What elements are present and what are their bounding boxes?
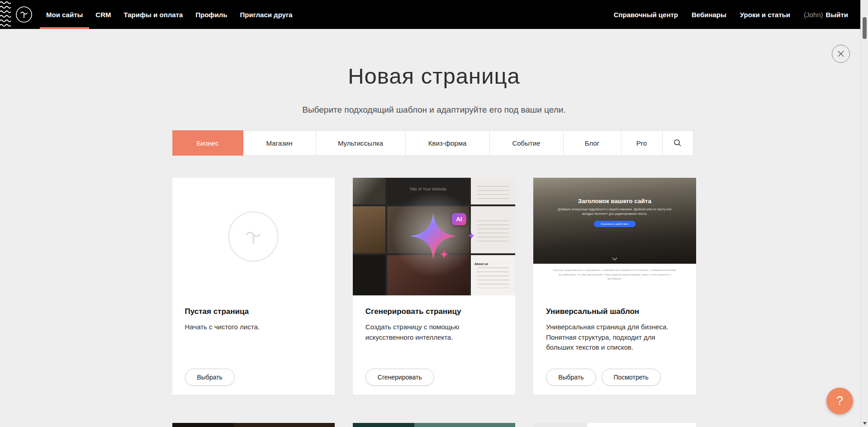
- view-template-button[interactable]: Посмотреть: [602, 369, 661, 386]
- tab-search[interactable]: [662, 130, 693, 156]
- template-preview: [533, 423, 696, 427]
- template-preview: [172, 423, 335, 427]
- card-body: Сгенерировать страницу Создать страницу …: [353, 295, 515, 395]
- card-body: Пустая страница Начать с чистого листа. …: [172, 295, 335, 395]
- secondary-nav: Справочный центр Вебинары Уроки и статьи…: [607, 0, 848, 29]
- help-button[interactable]: ?: [826, 388, 853, 414]
- tab-quiz-form[interactable]: Квиз-форма: [405, 130, 490, 156]
- card-generate-ai: Title of Your Website About us: [353, 178, 515, 395]
- card-body: Универсальный шаблон Универсальная стран…: [533, 295, 696, 395]
- card-partial: [353, 423, 515, 427]
- template-preview: Заголовок вашего сайта Добавьте интересн…: [533, 178, 696, 295]
- nav-logout[interactable]: (John) Выйти: [797, 11, 848, 19]
- card-description: Начать с чистого листа.: [185, 322, 322, 332]
- scrollbar-down-arrow-icon[interactable]: [863, 422, 867, 425]
- template-hero: Заголовок вашего сайта Добавьте интересн…: [533, 178, 696, 264]
- nav-lessons-articles[interactable]: Уроки и статьи: [733, 11, 797, 19]
- logout-label: Выйти: [826, 11, 848, 19]
- ai-sparkle-icon: [410, 213, 457, 260]
- card-actions: Выбрать: [185, 369, 322, 386]
- scrollbar[interactable]: [860, 0, 868, 427]
- tab-blog[interactable]: Блог: [563, 130, 621, 156]
- template-body-text: Коротко представьтесь и расскажите о ком…: [533, 264, 696, 295]
- nav-profile[interactable]: Профиль: [189, 0, 233, 29]
- template-preview: [353, 423, 515, 427]
- nav-crm[interactable]: CRM: [89, 0, 117, 29]
- tilda-logo[interactable]: [15, 6, 33, 23]
- card-blank-page: Пустая страница Начать с чистого листа. …: [172, 178, 335, 395]
- card-title: Пустая страница: [185, 307, 322, 316]
- page-subtitle: Выберите подходящий шаблон и адаптируйте…: [0, 105, 868, 115]
- choose-blank-button[interactable]: Выбрать: [185, 369, 235, 386]
- card-title: Сгенерировать страницу: [365, 307, 503, 316]
- template-cards-grid: Пустая страница Начать с чистого листа. …: [172, 178, 696, 427]
- template-category-tabs: Бизнес Магазин Мультиссылка Квиз-форма С…: [172, 130, 696, 156]
- tab-business[interactable]: Бизнес: [172, 130, 243, 156]
- card-partial: [533, 423, 696, 427]
- zigzag-pattern-icon: [0, 0, 12, 29]
- generate-button[interactable]: Сгенерировать: [365, 369, 434, 386]
- card-description: Универсальная страница для бизнеса. Поня…: [546, 322, 683, 353]
- search-icon: [674, 139, 682, 147]
- ai-preview: Title of Your Website About us: [353, 178, 515, 295]
- chevron-down-icon: [612, 257, 617, 261]
- small-sparkle-icon: [468, 232, 475, 239]
- page-title: Новая страница: [0, 63, 868, 89]
- tilda-watermark-icon: [228, 211, 279, 262]
- nav-my-sites[interactable]: Мои сайты: [40, 0, 89, 29]
- nav-invite-friend[interactable]: Пригласи друга: [233, 0, 299, 29]
- template-hero-heading: Заголовок вашего сайта: [578, 198, 651, 204]
- card-title: Универсальный шаблон: [546, 307, 683, 316]
- nav-webinars[interactable]: Вебинары: [685, 11, 733, 19]
- nav-tariffs[interactable]: Тарифы и оплата: [117, 0, 189, 29]
- tab-pro[interactable]: Pro: [621, 130, 663, 156]
- close-icon: [837, 50, 844, 57]
- card-actions: Сгенерировать: [365, 369, 503, 386]
- close-button[interactable]: [832, 45, 850, 63]
- tab-shop[interactable]: Магазин: [243, 130, 316, 156]
- card-universal-template: Заголовок вашего сайта Добавьте интересн…: [533, 178, 696, 395]
- card-description: Создать страницу с помощью искусственног…: [365, 322, 503, 342]
- nav-help-center[interactable]: Справочный центр: [607, 11, 685, 19]
- tab-multilink[interactable]: Мультиссылка: [316, 130, 406, 156]
- tab-event[interactable]: Событие: [489, 130, 564, 156]
- blank-page-preview: [172, 178, 335, 295]
- ai-badge: AI: [452, 213, 466, 225]
- card-actions: Выбрать Посмотреть: [546, 369, 683, 386]
- choose-template-button[interactable]: Выбрать: [546, 369, 596, 386]
- main-nav: Мои сайты CRM Тарифы и оплата Профиль Пр…: [40, 0, 299, 29]
- template-hero-subtext: Добавьте интересные подробности о вашей …: [555, 207, 675, 216]
- main-content: Новая страница Выберите подходящий шабло…: [0, 63, 868, 427]
- template-hero-cta: Основное действие: [594, 221, 636, 227]
- scrollbar-thumb[interactable]: [863, 17, 867, 39]
- top-navbar: Мои сайты CRM Тарифы и оплата Профиль Пр…: [0, 0, 868, 29]
- user-name: (John): [804, 11, 823, 19]
- small-sparkle-icon: [440, 250, 449, 259]
- card-partial: [172, 423, 335, 427]
